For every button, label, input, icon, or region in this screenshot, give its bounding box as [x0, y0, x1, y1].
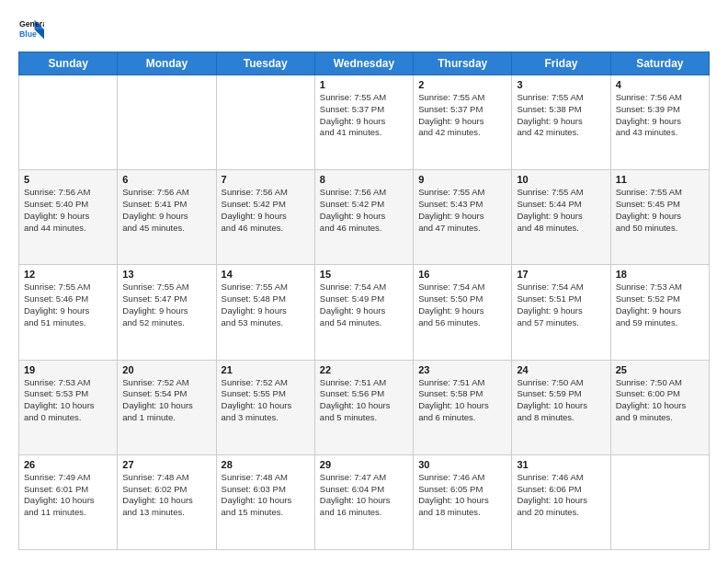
calendar-cell: 23Sunrise: 7:51 AMSunset: 5:58 PMDayligh…	[414, 360, 512, 454]
weekday-header: Monday	[118, 52, 216, 75]
logo-icon: General Blue	[18, 17, 44, 42]
calendar-cell: 4Sunrise: 7:56 AMSunset: 5:39 PMDaylight…	[610, 75, 709, 170]
day-detail: Sunrise: 7:55 AMSunset: 5:45 PMDaylight:…	[616, 187, 704, 234]
calendar-cell: 14Sunrise: 7:55 AMSunset: 5:48 PMDayligh…	[216, 265, 314, 360]
calendar-cell: 19Sunrise: 7:53 AMSunset: 5:53 PMDayligh…	[19, 360, 118, 454]
calendar-cell: 31Sunrise: 7:46 AMSunset: 6:06 PMDayligh…	[512, 454, 610, 549]
calendar-cell: 29Sunrise: 7:47 AMSunset: 6:04 PMDayligh…	[314, 454, 413, 549]
calendar-cell: 20Sunrise: 7:52 AMSunset: 5:54 PMDayligh…	[118, 360, 216, 454]
day-detail: Sunrise: 7:56 AMSunset: 5:42 PMDaylight:…	[320, 187, 408, 234]
day-detail: Sunrise: 7:56 AMSunset: 5:40 PMDaylight:…	[24, 187, 112, 234]
header: General Blue	[18, 17, 710, 42]
svg-text:Blue: Blue	[19, 29, 37, 39]
calendar-cell: 6Sunrise: 7:56 AMSunset: 5:41 PMDaylight…	[118, 170, 216, 265]
day-detail: Sunrise: 7:49 AMSunset: 6:01 PMDaylight:…	[24, 472, 112, 519]
day-detail: Sunrise: 7:55 AMSunset: 5:38 PMDaylight:…	[517, 92, 605, 139]
day-detail: Sunrise: 7:50 AMSunset: 5:59 PMDaylight:…	[517, 377, 605, 424]
day-number: 30	[418, 459, 506, 470]
day-number: 11	[616, 174, 704, 185]
day-number: 17	[517, 269, 605, 280]
calendar-cell: 27Sunrise: 7:48 AMSunset: 6:02 PMDayligh…	[118, 454, 216, 549]
day-detail: Sunrise: 7:55 AMSunset: 5:44 PMDaylight:…	[517, 187, 605, 234]
day-number: 19	[24, 364, 112, 375]
day-number: 18	[616, 269, 704, 280]
calendar-cell: 10Sunrise: 7:55 AMSunset: 5:44 PMDayligh…	[512, 170, 610, 265]
calendar-cell	[19, 75, 118, 170]
calendar-cell: 11Sunrise: 7:55 AMSunset: 5:45 PMDayligh…	[610, 170, 709, 265]
calendar-header: SundayMondayTuesdayWednesdayThursdayFrid…	[19, 52, 710, 75]
calendar-cell: 3Sunrise: 7:55 AMSunset: 5:38 PMDaylight…	[512, 75, 610, 170]
day-number: 15	[320, 269, 408, 280]
day-number: 31	[517, 459, 605, 470]
calendar-cell: 30Sunrise: 7:46 AMSunset: 6:05 PMDayligh…	[414, 454, 512, 549]
day-number: 25	[616, 364, 704, 375]
svg-text:General: General	[19, 19, 44, 29]
calendar-cell	[118, 75, 216, 170]
day-number: 22	[320, 364, 408, 375]
day-number: 3	[517, 79, 605, 90]
day-number: 1	[320, 79, 408, 90]
calendar-table: SundayMondayTuesdayWednesdayThursdayFrid…	[18, 52, 710, 550]
weekday-header: Saturday	[610, 52, 709, 75]
calendar-cell	[610, 454, 709, 549]
day-detail: Sunrise: 7:55 AMSunset: 5:46 PMDaylight:…	[24, 282, 112, 328]
day-detail: Sunrise: 7:56 AMSunset: 5:42 PMDaylight:…	[222, 187, 310, 234]
day-number: 16	[418, 269, 506, 280]
day-number: 26	[24, 459, 112, 470]
day-number: 2	[418, 79, 506, 90]
day-number: 5	[24, 174, 112, 185]
day-detail: Sunrise: 7:56 AMSunset: 5:41 PMDaylight:…	[122, 187, 210, 234]
weekday-header: Thursday	[414, 52, 512, 75]
day-number: 27	[122, 459, 210, 470]
day-number: 12	[24, 269, 112, 280]
weekday-header: Wednesday	[314, 52, 413, 75]
calendar-cell: 2Sunrise: 7:55 AMSunset: 5:37 PMDaylight…	[414, 75, 512, 170]
day-number: 20	[122, 364, 210, 375]
day-detail: Sunrise: 7:55 AMSunset: 5:37 PMDaylight:…	[320, 92, 408, 139]
day-number: 6	[122, 174, 210, 185]
calendar-cell: 16Sunrise: 7:54 AMSunset: 5:50 PMDayligh…	[414, 265, 512, 360]
calendar-cell: 12Sunrise: 7:55 AMSunset: 5:46 PMDayligh…	[19, 265, 118, 360]
logo: General Blue	[18, 17, 44, 42]
day-detail: Sunrise: 7:53 AMSunset: 5:52 PMDaylight:…	[616, 282, 704, 328]
day-number: 9	[418, 174, 506, 185]
day-number: 7	[222, 174, 310, 185]
calendar-cell: 22Sunrise: 7:51 AMSunset: 5:56 PMDayligh…	[314, 360, 413, 454]
calendar-cell: 18Sunrise: 7:53 AMSunset: 5:52 PMDayligh…	[610, 265, 709, 360]
day-number: 23	[418, 364, 506, 375]
calendar-cell: 5Sunrise: 7:56 AMSunset: 5:40 PMDaylight…	[19, 170, 118, 265]
calendar-cell: 17Sunrise: 7:54 AMSunset: 5:51 PMDayligh…	[512, 265, 610, 360]
calendar-cell: 24Sunrise: 7:50 AMSunset: 5:59 PMDayligh…	[512, 360, 610, 454]
weekday-header: Sunday	[19, 52, 118, 75]
calendar-cell: 25Sunrise: 7:50 AMSunset: 6:00 PMDayligh…	[610, 360, 709, 454]
day-detail: Sunrise: 7:47 AMSunset: 6:04 PMDaylight:…	[320, 472, 408, 519]
day-number: 14	[222, 269, 310, 280]
day-detail: Sunrise: 7:55 AMSunset: 5:43 PMDaylight:…	[418, 187, 506, 234]
calendar-page: General Blue SundayMondayTuesdayWednesda…	[0, 0, 728, 563]
day-number: 28	[222, 459, 310, 470]
day-detail: Sunrise: 7:48 AMSunset: 6:02 PMDaylight:…	[122, 472, 210, 519]
day-detail: Sunrise: 7:55 AMSunset: 5:48 PMDaylight:…	[222, 282, 310, 328]
day-detail: Sunrise: 7:46 AMSunset: 6:06 PMDaylight:…	[517, 472, 605, 519]
day-detail: Sunrise: 7:46 AMSunset: 6:05 PMDaylight:…	[418, 472, 506, 519]
day-detail: Sunrise: 7:48 AMSunset: 6:03 PMDaylight:…	[222, 472, 310, 519]
day-number: 29	[320, 459, 408, 470]
weekday-header: Tuesday	[216, 52, 314, 75]
calendar-cell: 28Sunrise: 7:48 AMSunset: 6:03 PMDayligh…	[216, 454, 314, 549]
weekday-header: Friday	[512, 52, 610, 75]
day-detail: Sunrise: 7:51 AMSunset: 5:58 PMDaylight:…	[418, 377, 506, 424]
day-detail: Sunrise: 7:50 AMSunset: 6:00 PMDaylight:…	[616, 377, 704, 424]
day-number: 24	[517, 364, 605, 375]
day-detail: Sunrise: 7:55 AMSunset: 5:47 PMDaylight:…	[122, 282, 210, 328]
day-number: 4	[616, 79, 704, 90]
day-number: 10	[517, 174, 605, 185]
calendar-cell: 9Sunrise: 7:55 AMSunset: 5:43 PMDaylight…	[414, 170, 512, 265]
day-number: 8	[320, 174, 408, 185]
day-detail: Sunrise: 7:54 AMSunset: 5:51 PMDaylight:…	[517, 282, 605, 328]
day-number: 21	[222, 364, 310, 375]
day-detail: Sunrise: 7:52 AMSunset: 5:54 PMDaylight:…	[122, 377, 210, 424]
calendar-cell: 1Sunrise: 7:55 AMSunset: 5:37 PMDaylight…	[314, 75, 413, 170]
calendar-cell: 7Sunrise: 7:56 AMSunset: 5:42 PMDaylight…	[216, 170, 314, 265]
calendar-cell	[216, 75, 314, 170]
day-detail: Sunrise: 7:52 AMSunset: 5:55 PMDaylight:…	[222, 377, 310, 424]
